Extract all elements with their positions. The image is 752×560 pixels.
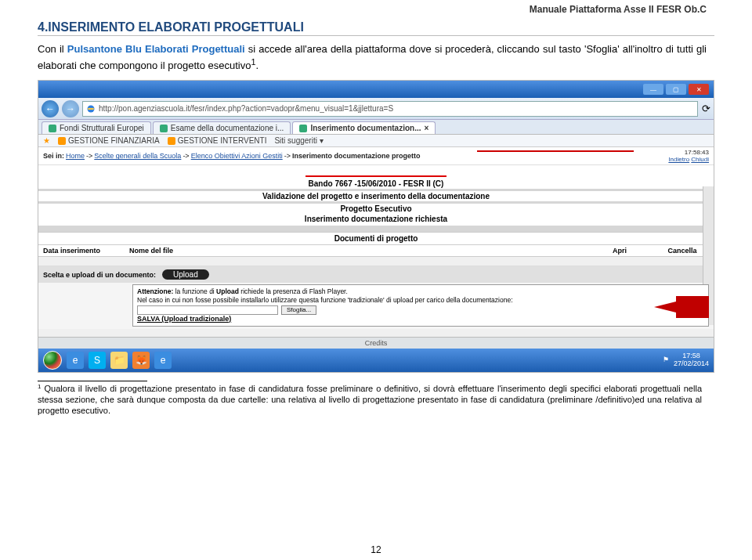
browse-button[interactable]: Sfoglia... [281,305,316,315]
window-close-button[interactable]: ✕ [689,84,709,95]
screenshot-window: — ▢ ✕ ← → http://pon.agenziascuola.it/fe… [38,80,714,372]
favicon-icon [299,125,307,132]
window-minimize-button[interactable]: — [643,84,663,95]
clock-date: 27/02/2014 [674,360,709,368]
footnote: 1 Qualora il livello di progettazione pr… [38,383,702,417]
link-chiudi[interactable]: Chiudi [691,156,709,163]
link-indietro[interactable]: Indietro [668,156,689,163]
txt: Upload [216,287,239,295]
documents-header: Documenti di progetto [38,232,714,245]
pulsantone-blu: Pulsantone Blu [67,43,142,55]
tab-inserimento[interactable]: Inserimento documentazion... × [292,121,436,134]
manual-header: Manuale Piattaforma Asse II FESR Ob.C [530,4,707,15]
fav-gestione-interventi[interactable]: GESTIONE INTERVENTI [168,136,267,145]
header-block: Bando 7667 -15/06/2010 - FESR II (C) Val… [38,165,714,226]
file-input[interactable] [137,305,278,315]
bc-home[interactable]: Home [66,152,85,160]
address-bar[interactable]: http://pon.agenziascuola.it/fesr/index.p… [82,101,698,117]
window-titlebar: — ▢ ✕ [38,81,714,98]
url-text: http://pon.agenziascuola.it/fesr/index.p… [99,104,393,113]
tray-flag-icon[interactable]: ⚑ [663,356,669,364]
txt: richiede la presenza di Flash Player. [240,287,348,295]
tab-label: Esame della documentazione i... [171,124,284,132]
tab-label: Inserimento documentazion... [310,124,421,132]
start-button[interactable] [43,351,62,370]
redaction-line [477,150,634,152]
browser-navbar: ← → http://pon.agenziascuola.it/fesr/ind… [38,98,714,120]
warning-box: Attenzione: la funzione di Upload richie… [132,284,709,326]
progetto-title: Progetto Esecutivo [38,204,714,214]
col-apri: Apri [588,245,651,256]
elaborati-label: Elaborati Progettuali [145,43,245,55]
arrow-annotation-icon [650,296,713,318]
inserimento-title: Inserimento documentazione richiesta [38,214,714,224]
forward-button[interactable]: → [62,100,79,117]
bc-scelte[interactable]: Scelte generali della Scuola [94,152,181,160]
fav-siti-suggeriti[interactable]: Siti suggeriti ▾ [274,136,323,145]
footnote-separator [38,381,147,381]
warn-lead: Attenzione: [137,287,173,295]
salva-link[interactable]: SALVA (Upload tradizionale) [137,315,231,323]
window-maximize-button[interactable]: ▢ [666,84,686,95]
page-content: Sei in: Home-> Scelte generali della Scu… [38,147,714,348]
taskbar-clock[interactable]: 17:58 27/02/2014 [674,352,709,368]
windows-taskbar: e S 📁 🦊 e ⚑ 17:58 27/02/2014 [38,349,714,372]
bc-prefix: Sei in: [43,152,64,160]
txt: Nel caso in cui non fosse possibile inst… [137,296,513,304]
fav-label: GESTIONE INTERVENTI [178,136,267,145]
page-number: 12 [0,544,752,555]
taskbar-ie-icon[interactable]: e [67,352,84,369]
upload-row: Scelta e upload di un documento: Upload [38,266,714,283]
tab-esame[interactable]: Esame della documentazione i... [153,121,291,134]
taskbar-explorer-icon[interactable]: 📁 [110,352,128,369]
favicon-icon [168,137,175,145]
bc-elenco[interactable]: Elenco Obiettivi Azioni Gestiti [191,152,283,160]
fav-toggle-icon[interactable]: ★ [43,136,50,145]
footnote-text: Qualora il livello di progettazione pres… [38,384,702,416]
intro-paragraph: Con il Pulsantone Blu Elaborati Progettu… [38,42,707,72]
favorites-bar: ★ GESTIONE FINANZIARIA GESTIONE INTERVEN… [38,135,714,147]
taskbar-skype-icon[interactable]: S [89,352,106,369]
favicon-icon [49,125,56,132]
fav-label: GESTIONE FINANZIARIA [68,136,160,145]
upload-label: Scelta e upload di un documento: [43,271,156,279]
bando-title: Bando 7667 -15/06/2010 - FESR II (C) [38,179,714,189]
tab-close-icon[interactable]: × [425,124,429,132]
validazione-title: Validazione del progetto e inserimento d… [38,191,714,201]
txt: . [256,60,259,71]
bc-current: Inserimento documentazione progetto [292,152,421,160]
txt: la funzione di [175,287,216,295]
fav-gestione-finanziaria[interactable]: GESTIONE FINANZIARIA [58,136,160,145]
server-time: 17:58:43 [685,149,709,156]
taskbar-firefox-icon[interactable]: 🦊 [132,352,150,369]
svg-marker-1 [654,296,709,318]
col-nome: Nome del file [125,245,588,256]
tab-label: Fondi Strutturali Europei [60,124,144,132]
favicon-icon [58,137,66,145]
txt: Con il [38,43,67,55]
tab-fondi[interactable]: Fondi Strutturali Europei [42,121,151,134]
section-title: 4.INSERIMENTO ELABORATI PROGETTUALI [38,20,714,36]
table-row [38,257,714,266]
ie-icon [86,104,96,114]
redacted-title [306,169,446,177]
upload-button[interactable]: Upload [162,269,209,280]
col-data: Data inserimento [38,245,125,256]
refresh-icon[interactable]: ⟳ [701,104,710,114]
back-button[interactable]: ← [42,100,59,117]
credits-bar: Credits [38,337,714,349]
browser-tabs: Fondi Strutturali Europei Esame della do… [38,120,714,135]
favicon-icon [160,125,168,132]
documents-columns: Data inserimento Nome del file Apri Canc… [38,245,714,257]
fav-label: Siti suggeriti ▾ [274,136,323,145]
taskbar-ie-active-icon[interactable]: e [154,352,172,369]
